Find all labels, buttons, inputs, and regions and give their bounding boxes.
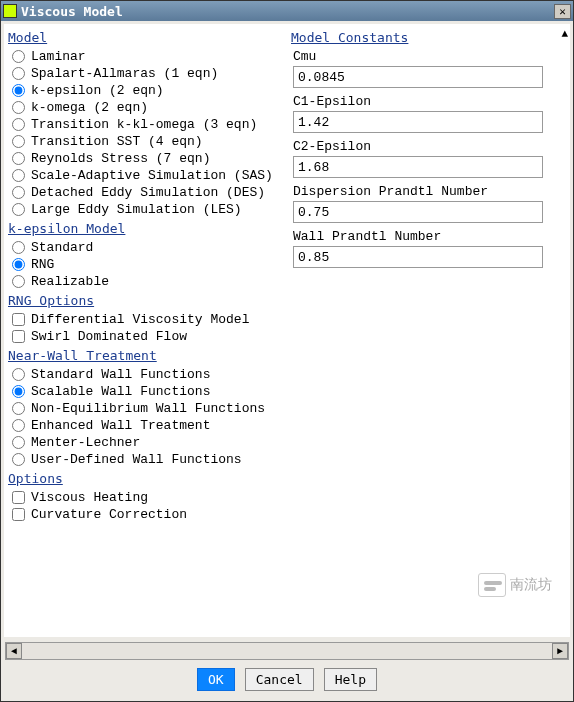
model-option[interactable]: k-omega (2 eqn)	[10, 100, 281, 115]
group-title-options: Options	[8, 471, 283, 486]
nearwall-option[interactable]: Enhanced Wall Treatment	[10, 418, 281, 433]
group-title-nearwall: Near-Wall Treatment	[8, 348, 283, 363]
constant-label: Cmu	[293, 49, 564, 64]
model-option[interactable]: Transition SST (4 eqn)	[10, 134, 281, 149]
scroll-up-arrow[interactable]: ▲	[561, 28, 568, 40]
nearwall-option[interactable]: Non-Equilibrium Wall Functions	[10, 401, 281, 416]
constant-label: Wall Prandtl Number	[293, 229, 564, 244]
kepsilon-option[interactable]: RNG	[10, 257, 281, 272]
nearwall-option[interactable]: Menter-Lechner	[10, 435, 281, 450]
model-option[interactable]: Reynolds Stress (7 eqn)	[10, 151, 281, 166]
constant-label: C2-Epsilon	[293, 139, 564, 154]
ok-button[interactable]: OK	[197, 668, 235, 691]
constant-input-cmu[interactable]	[293, 66, 543, 88]
constant-input-c1epsilon[interactable]	[293, 111, 543, 133]
dialog-buttons: OK Cancel Help	[1, 662, 573, 701]
right-column: ▲ Model Constants Cmu C1-Epsilon C2-Epsi…	[289, 26, 568, 635]
constant-input-c2epsilon[interactable]	[293, 156, 543, 178]
app-icon	[3, 4, 17, 18]
model-option[interactable]: k-epsilon (2 eqn)	[10, 83, 281, 98]
nearwall-option[interactable]: Standard Wall Functions	[10, 367, 281, 382]
viscous-model-dialog: Viscous Model ✕ Model Laminar Spalart-Al…	[0, 0, 574, 702]
kepsilon-option[interactable]: Standard	[10, 240, 281, 255]
group-title-constants: Model Constants	[291, 30, 566, 45]
group-title-model: Model	[8, 30, 283, 45]
rng-option[interactable]: Swirl Dominated Flow	[10, 329, 281, 344]
cancel-button[interactable]: Cancel	[245, 668, 314, 691]
options-option[interactable]: Viscous Heating	[10, 490, 281, 505]
group-title-kepsilon: k-epsilon Model	[8, 221, 283, 236]
model-option[interactable]: Transition k-kl-omega (3 eqn)	[10, 117, 281, 132]
nearwall-option[interactable]: User-Defined Wall Functions	[10, 452, 281, 467]
model-option[interactable]: Scale-Adaptive Simulation (SAS)	[10, 168, 281, 183]
model-option[interactable]: Large Eddy Simulation (LES)	[10, 202, 281, 217]
titlebar: Viscous Model ✕	[1, 1, 573, 21]
close-button[interactable]: ✕	[554, 4, 571, 19]
group-title-rng: RNG Options	[8, 293, 283, 308]
constant-input-wall-prandtl[interactable]	[293, 246, 543, 268]
horizontal-scrollbar[interactable]: ◄ ►	[5, 642, 569, 660]
constant-label: Dispersion Prandtl Number	[293, 184, 564, 199]
window-title: Viscous Model	[21, 4, 123, 19]
rng-option[interactable]: Differential Viscosity Model	[10, 312, 281, 327]
constant-input-dispersion-prandtl[interactable]	[293, 201, 543, 223]
left-column: Model Laminar Spalart-Allmaras (1 eqn) k…	[6, 26, 285, 635]
kepsilon-option[interactable]: Realizable	[10, 274, 281, 289]
scroll-left-arrow[interactable]: ◄	[6, 643, 22, 659]
content-area: Model Laminar Spalart-Allmaras (1 eqn) k…	[4, 24, 570, 637]
model-option[interactable]: Spalart-Allmaras (1 eqn)	[10, 66, 281, 81]
options-option[interactable]: Curvature Correction	[10, 507, 281, 522]
scroll-right-arrow[interactable]: ►	[552, 643, 568, 659]
model-option[interactable]: Laminar	[10, 49, 281, 64]
model-option[interactable]: Detached Eddy Simulation (DES)	[10, 185, 281, 200]
nearwall-option[interactable]: Scalable Wall Functions	[10, 384, 281, 399]
constant-label: C1-Epsilon	[293, 94, 564, 109]
help-button[interactable]: Help	[324, 668, 377, 691]
